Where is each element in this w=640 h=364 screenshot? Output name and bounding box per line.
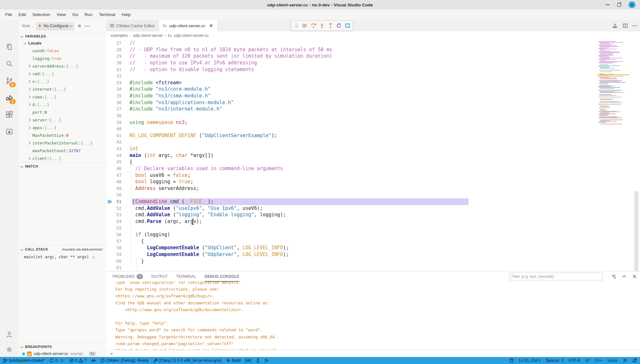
code-line[interactable]: 40	[106, 126, 640, 132]
breadcrumb-item[interactable]: examples	[111, 33, 128, 38]
tab-debug-console[interactable]: DEBUG CONSOLE	[205, 271, 240, 282]
line-number[interactable]: 61	[106, 264, 122, 271]
gutter[interactable]	[122, 218, 130, 225]
menu-selection[interactable]: Selection	[29, 10, 54, 20]
code-line[interactable]: 29// - maximum of 320 packets sent (or l…	[106, 53, 640, 60]
gutter[interactable]	[122, 159, 130, 165]
line-number[interactable]: 59	[106, 251, 122, 258]
line-number[interactable]: 45	[106, 159, 122, 165]
code-line[interactable]: 42	[106, 139, 640, 145]
settings-gear-icon[interactable]	[77, 23, 82, 29]
variable-row[interactable]: interPacketInterval: {...}	[18, 139, 106, 147]
variable-row[interactable]: maxPacketCount: 32767	[18, 147, 106, 154]
code-line[interactable]: 52 cmd.AddValue ("useIpv6", "Use Ipv6", …	[106, 205, 640, 212]
tab-problems[interactable]: PROBLEMS 7	[113, 271, 143, 282]
line-number[interactable]: 57	[106, 238, 122, 245]
variable-row[interactable]: logging: true	[18, 54, 106, 62]
menu-run[interactable]: Run	[81, 10, 96, 20]
remote-cache-indicator[interactable]	[509, 358, 514, 363]
code-line[interactable]: 50	[106, 192, 640, 198]
eol-indicator[interactable]: LF	[585, 358, 590, 363]
gutter[interactable]	[122, 79, 130, 86]
cursor-position[interactable]: Ln 51, Col 1	[519, 358, 540, 363]
minimap[interactable]	[597, 40, 629, 136]
tab-close-icon[interactable]	[209, 23, 214, 28]
code-line[interactable]: 28// - UDP flow from n0 to n1 of 1024 by…	[106, 46, 640, 53]
line-number[interactable]: 41	[106, 132, 122, 139]
code-line[interactable]: 36#include "ns3/applications-module.h"	[106, 99, 640, 106]
branch-indicator[interactable]: buildsystem-cmake*	[3, 358, 45, 363]
line-number[interactable]: 42	[106, 139, 122, 145]
debug-status-indicator[interactable]	[91, 358, 96, 363]
menu-view[interactable]: View	[54, 10, 69, 20]
gutter[interactable]	[122, 139, 130, 145]
line-number[interactable]: 35	[106, 93, 122, 99]
encoding-indicator[interactable]: UTF-8	[568, 358, 580, 363]
line-number[interactable]: 30	[106, 60, 122, 66]
code-line[interactable]: 39using namespace ns3;	[106, 119, 640, 126]
locals-scope-row[interactable]: Locals	[18, 39, 106, 47]
line-number[interactable]: 37	[106, 106, 122, 112]
minimize-icon[interactable]	[606, 4, 610, 5]
run-and-debug-icon[interactable]: 1	[0, 90, 18, 105]
gutter[interactable]	[122, 40, 130, 46]
sync-indicator[interactable]: 0↓ 1↑	[49, 358, 65, 363]
gutter[interactable]	[122, 106, 130, 112]
code-line[interactable]: 45{	[106, 159, 640, 165]
indentation-indicator[interactable]: Spaces: 2	[546, 358, 564, 363]
cmake-target[interactable]: [all]	[245, 358, 251, 363]
gutter[interactable]	[122, 86, 130, 93]
line-number[interactable]: 46	[106, 165, 122, 172]
line-number[interactable]: 32	[106, 73, 122, 79]
line-number[interactable]: 28	[106, 46, 122, 53]
maximize-panel-icon[interactable]	[622, 274, 627, 279]
code-line[interactable]: 46 // Declare variables used in command-…	[106, 165, 640, 172]
tab-output[interactable]: OUTPUT	[151, 271, 168, 282]
account-icon[interactable]	[0, 327, 18, 342]
menu-go[interactable]: Go	[69, 10, 81, 20]
code-line[interactable]: 27//	[106, 40, 640, 46]
close-icon[interactable]	[628, 1, 636, 8]
line-number[interactable]: 53	[106, 211, 122, 218]
debug-step-into-icon[interactable]	[318, 22, 325, 29]
gutter[interactable]	[122, 119, 130, 126]
code-line[interactable]: 34#include "ns3/core-module.h"	[106, 86, 640, 93]
line-number[interactable]: 55	[106, 225, 122, 232]
variable-row[interactable]: serverAddress: {...}	[18, 62, 106, 70]
split-editor-icon[interactable]	[622, 23, 628, 29]
line-number[interactable]: 36	[106, 99, 122, 106]
gutter[interactable]	[122, 93, 130, 99]
code-line[interactable]: 54 cmd.Parse (argc, argv);	[106, 218, 640, 225]
tab-cmake-cache-editor[interactable]: CMake Cache Editor	[106, 20, 159, 31]
line-number[interactable]: 33	[106, 79, 122, 86]
debug-config-dropdown[interactable]: No Configural	[36, 22, 74, 30]
code-line[interactable]: 32	[106, 73, 640, 79]
line-number[interactable]: 34	[106, 86, 122, 93]
cmake-build-button[interactable]: Build	[226, 358, 241, 363]
code-editor[interactable]: 27//28// - UDP flow from n0 to n1 of 102…	[106, 40, 640, 271]
line-number[interactable]: 38	[106, 112, 122, 119]
cmake-status[interactable]: CMake: [Debug]: Ready	[100, 358, 149, 363]
os-indicator[interactable]: Linux	[608, 358, 617, 363]
code-line[interactable]: 37#include "ns3/internet-module.h"	[106, 106, 640, 112]
line-number[interactable]: 49	[106, 185, 122, 192]
code-line[interactable]: 44main (int argc, char *argv[])	[106, 152, 640, 159]
explorer-icon[interactable]	[0, 39, 18, 54]
code-line[interactable]: 30// - option to use IPv4 or IPv6 addres…	[106, 60, 640, 66]
variable-row[interactable]: apps: {...}	[18, 124, 106, 131]
variable-row[interactable]: client: {...}	[18, 154, 106, 162]
line-number[interactable]: 27	[106, 40, 122, 46]
variable-row[interactable]: internet: {...}	[18, 85, 106, 93]
line-number[interactable]: 58	[106, 244, 122, 251]
line-number[interactable]: 48	[106, 178, 122, 185]
menu-help[interactable]: Help	[118, 10, 134, 20]
line-number[interactable]: 39	[106, 119, 122, 126]
language-mode[interactable]: C++	[595, 358, 602, 363]
more-actions-icon[interactable]	[633, 25, 637, 26]
line-number[interactable]: 50	[106, 192, 122, 198]
extensions-icon[interactable]	[0, 107, 18, 122]
launch-button[interactable]	[265, 359, 268, 363]
code-line[interactable]: 49 Address serverAddress;	[106, 185, 640, 192]
source-control-icon[interactable]: 6	[0, 73, 18, 88]
variable-row[interactable]: server: {...}	[18, 116, 106, 124]
